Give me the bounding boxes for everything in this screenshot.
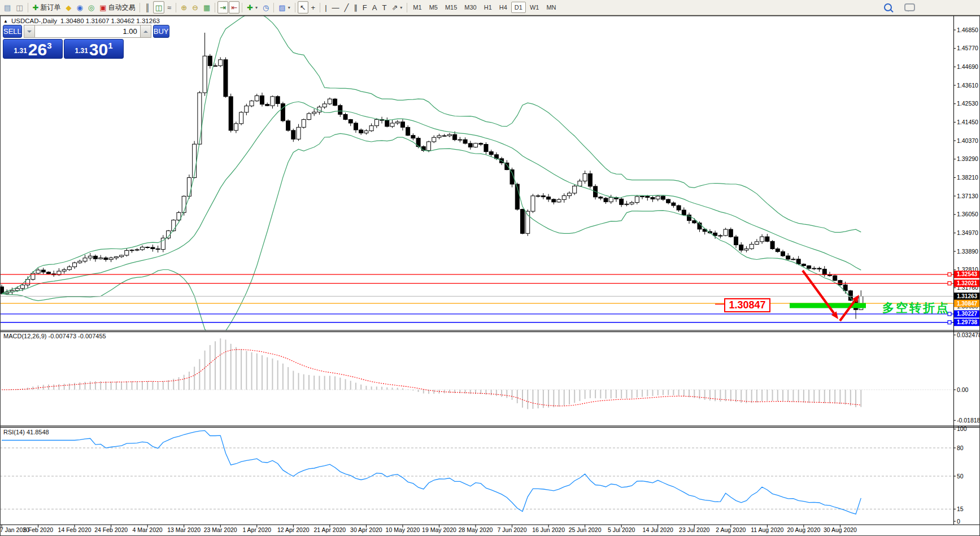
- candle-body: [385, 120, 389, 127]
- sell-button[interactable]: SELL: [3, 25, 22, 38]
- text-label-button[interactable]: T: [380, 1, 389, 14]
- candle-body: [547, 197, 551, 199]
- tile-windows-icon: ▦: [203, 4, 210, 11]
- sell-price-main: 26: [28, 41, 47, 58]
- collapse-triangle-icon[interactable]: ▲: [3, 19, 8, 24]
- hline-button[interactable]: —: [330, 1, 342, 14]
- tile-windows-button[interactable]: ▦: [201, 1, 212, 14]
- market-watch-icon: ▤: [4, 4, 11, 11]
- candle-body: [739, 245, 743, 250]
- timeframe-w1-button[interactable]: W1: [526, 2, 543, 13]
- buy-button[interactable]: BUY: [153, 25, 169, 38]
- search-icon[interactable]: [884, 3, 892, 11]
- price-tick-label: 1.33890: [957, 248, 978, 255]
- timeframe-m30-button[interactable]: M30: [461, 2, 480, 13]
- bar-chart-button[interactable]: ║: [142, 1, 152, 14]
- chat-icon[interactable]: [904, 3, 915, 11]
- timeframe-mn-button[interactable]: MN: [543, 2, 559, 13]
- line-handle[interactable]: [948, 321, 951, 324]
- date-label: 30 Apr 2020: [350, 526, 382, 533]
- candle-body: [140, 247, 144, 250]
- volume-input[interactable]: [35, 25, 140, 38]
- data-window-button[interactable]: ◫: [14, 1, 25, 14]
- timeframe-h4-button[interactable]: H4: [496, 2, 511, 13]
- autotrading-button[interactable]: ▣自动交易: [97, 1, 137, 14]
- crosshair-icon: +: [311, 4, 316, 11]
- candle-body: [838, 281, 842, 285]
- auto-scroll-button[interactable]: ⇥: [217, 1, 228, 14]
- zoom-out-button[interactable]: ⊖: [190, 1, 201, 14]
- buy-price-button[interactable]: 1.31 30 1: [64, 39, 124, 59]
- price-tick-label: 1.43610: [957, 82, 978, 89]
- candle-body: [333, 99, 337, 106]
- candle-body: [88, 256, 92, 258]
- toolbar-separator: [28, 3, 28, 12]
- experts-button[interactable]: ◉: [75, 1, 85, 14]
- date-label: 5 Jul 2020: [608, 526, 635, 533]
- rsi-indicator-label: RSI(14) 41.8548: [3, 429, 49, 435]
- candle-body: [265, 104, 269, 106]
- signals-icon: ◎: [88, 4, 94, 11]
- signals-button[interactable]: ◎: [86, 1, 97, 14]
- market-watch-button[interactable]: ▤: [2, 1, 13, 14]
- candle-body: [67, 267, 71, 269]
- candle-body: [573, 186, 577, 193]
- channel-button[interactable]: ∥: [351, 1, 360, 14]
- data-window-icon: ◫: [16, 4, 23, 11]
- timeframe-m5-button[interactable]: M5: [426, 2, 441, 13]
- auto-scroll-icon: ⇥: [220, 4, 226, 11]
- volume-increase-button[interactable]: [140, 25, 151, 38]
- text-button[interactable]: A: [370, 1, 380, 14]
- candle-body: [193, 144, 197, 177]
- timeframe-d1-button[interactable]: D1: [511, 2, 526, 13]
- crosshair-button[interactable]: +: [309, 1, 318, 14]
- candle-body: [15, 289, 19, 291]
- price-flag-label[interactable]: 1.30847: [724, 298, 770, 312]
- candle-body: [281, 104, 285, 121]
- indicators-button[interactable]: ✚▾: [245, 1, 260, 14]
- candle-body: [760, 237, 764, 242]
- period-button[interactable]: ◷: [260, 1, 271, 14]
- line-chart-button[interactable]: ≈: [165, 1, 173, 14]
- candlestick-button[interactable]: ◫: [153, 1, 164, 14]
- chart-shift-button[interactable]: ⇤: [229, 1, 239, 14]
- candle-body: [635, 197, 639, 202]
- price-tick-label: 1.41450: [957, 119, 978, 125]
- candle-body: [354, 123, 358, 130]
- sell-price-button[interactable]: 1.31 26 3: [3, 39, 63, 59]
- zoom-in-button[interactable]: ⊕: [178, 1, 189, 14]
- candle-body: [93, 256, 97, 259]
- volume-decrease-button[interactable]: [24, 25, 35, 38]
- line-handle[interactable]: [948, 273, 951, 276]
- new-order-button[interactable]: ✚新订单: [31, 1, 63, 14]
- arrows-button[interactable]: ⇗▾: [389, 1, 404, 14]
- buy-price-main: 30: [89, 41, 108, 58]
- timeframe-m15-button[interactable]: M15: [442, 2, 460, 13]
- vline-button[interactable]: |: [323, 1, 329, 14]
- candle-body: [453, 134, 457, 140]
- candle-body: [369, 126, 373, 131]
- cursor-button[interactable]: ↖: [298, 1, 308, 14]
- candle-body: [827, 274, 831, 276]
- toolbar-separator: [176, 3, 176, 12]
- trendline-button[interactable]: ╱: [342, 1, 351, 14]
- timeframe-h1-button[interactable]: H1: [481, 2, 495, 13]
- price-tick-label: 1.46850: [957, 27, 978, 33]
- metaeditor-button[interactable]: ◆: [64, 1, 74, 14]
- line-handle[interactable]: [948, 282, 951, 285]
- candle-body: [521, 209, 525, 233]
- candle-body: [812, 268, 816, 269]
- buy-price-prefix: 1.31: [75, 47, 88, 55]
- candle-body: [229, 97, 233, 130]
- fibonacci-button[interactable]: F: [360, 1, 369, 14]
- candle-body: [796, 259, 800, 264]
- timeframe-m1-button[interactable]: M1: [410, 2, 425, 13]
- pivot-note-text[interactable]: 多空转折点: [882, 300, 950, 316]
- toolbar-separator: [407, 3, 407, 12]
- price-tick-label: 1.38210: [957, 174, 978, 181]
- candle-body: [297, 127, 300, 139]
- candle-body: [400, 122, 404, 128]
- date-label: 7 Jun 2020: [498, 526, 527, 533]
- symbol-info-line: ▲ USDCAD-,Daily 1.30480 1.31607 1.30462 …: [3, 18, 160, 24]
- templates-button[interactable]: ▨▾: [276, 1, 292, 14]
